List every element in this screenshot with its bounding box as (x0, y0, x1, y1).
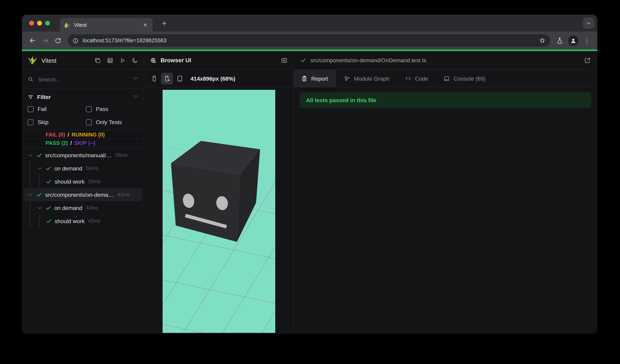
test-case-row[interactable]: should work 55ms (24, 175, 142, 188)
checkbox[interactable] (86, 106, 92, 112)
console-icon (443, 75, 450, 82)
code-icon (405, 75, 411, 82)
duration: 43ms (86, 205, 98, 211)
test-run-summary: FAIL (0)/RUNNING (0) PASS (2)/SKIP (--) (22, 131, 144, 148)
run-all-icon[interactable] (119, 57, 126, 64)
duration: 55ms (88, 179, 100, 184)
browser-ui-panel: Browser UI 414x896px (144, 51, 294, 334)
preview-body (144, 87, 293, 334)
filter-option-only-tests[interactable]: Only Tests (86, 117, 138, 127)
tab-search-button[interactable] (583, 17, 594, 29)
tab-report[interactable]: Report (294, 70, 336, 87)
globe-icon (150, 57, 156, 64)
duration: 56ms (115, 152, 127, 158)
indent-guide (30, 162, 30, 188)
device-phone-small-icon[interactable] (148, 73, 160, 84)
test-file-row-selected[interactable]: src/components/on-dema… 43ms (24, 188, 142, 201)
test-file-row[interactable]: src/components/manual/… 56ms (24, 148, 142, 162)
chevron-down-icon[interactable] (27, 191, 33, 198)
duration: 43ms (88, 218, 100, 224)
tab-console[interactable]: Console (69) (436, 70, 493, 87)
checkbox[interactable] (28, 106, 33, 112)
screenshot-stage: Vitest (0, 0, 620, 364)
file-pass-check-icon (300, 57, 306, 63)
back-icon[interactable] (26, 34, 39, 47)
test-tree: src/components/manual/… 56ms on demand 5… (22, 148, 144, 334)
pass-check-icon (45, 204, 51, 211)
indent-guide (39, 214, 40, 228)
tested-app-viewport[interactable] (162, 90, 275, 333)
module-graph-icon (343, 75, 350, 82)
indent-guide (39, 175, 40, 188)
url-text[interactable]: localhost:5173/#/?file=1828625563 (83, 38, 537, 44)
filter-funnel-icon (28, 94, 33, 100)
pass-check-icon (36, 152, 42, 158)
chevron-down-icon[interactable] (36, 165, 43, 171)
pass-check-icon (46, 178, 52, 185)
checkbox[interactable] (86, 119, 92, 125)
close-window-button[interactable] (29, 21, 34, 26)
collapse-panels-icon[interactable] (94, 57, 101, 64)
device-tablet-icon[interactable] (174, 73, 186, 84)
dashboard-icon[interactable] (107, 57, 113, 64)
tab-code[interactable]: Code (397, 70, 436, 87)
viewport-dimensions-label: 414x896px (68%) (191, 75, 235, 82)
search-input[interactable] (38, 76, 132, 82)
running-count: RUNNING (0) (72, 132, 105, 138)
experiments-flask-icon[interactable] (553, 34, 566, 47)
browser-ui-header: Browser UI (144, 51, 293, 70)
browser-tab-vitest[interactable]: Vitest (60, 18, 153, 31)
app-title: Vitest (42, 57, 57, 64)
dock-panel-right-icon[interactable] (281, 57, 288, 64)
clipboard-icon (301, 75, 308, 82)
fail-count: FAIL (0) (46, 132, 65, 138)
site-info-icon[interactable] (72, 37, 79, 44)
browser-toolbar: localhost:5173/#/?file=1828625563 (22, 31, 597, 49)
pass-check-icon (36, 191, 42, 198)
filter-option-pass[interactable]: Pass (86, 104, 138, 114)
skip-count: SKIP (--) (74, 140, 95, 146)
device-phone-large-icon[interactable] (161, 73, 173, 84)
all-tests-passed-banner: All tests passed in this file (300, 92, 591, 108)
search-icon (28, 76, 34, 82)
browser-window: Vitest (22, 15, 597, 334)
test-suite-row[interactable]: on demand 43ms (24, 201, 142, 214)
file-header: src/components/on-demand/OnDemand.test.t… (294, 51, 597, 70)
test-run-progress-bar (22, 49, 597, 51)
panel-title: Browser UI (161, 57, 191, 63)
test-suite-row[interactable]: on demand 56ms (24, 162, 142, 175)
address-bar[interactable]: localhost:5173/#/?file=1828625563 (67, 34, 550, 47)
chevron-down-icon[interactable] (36, 204, 43, 211)
file-path: src/components/on-demand/OnDemand.test.t… (310, 57, 426, 63)
filter-option-fail[interactable]: Fail (28, 104, 86, 114)
reload-icon[interactable] (51, 34, 64, 47)
new-tab-button[interactable] (159, 17, 170, 29)
chevron-down-icon[interactable] (27, 152, 33, 158)
test-case-row[interactable]: should work 43ms (24, 214, 142, 228)
checkbox[interactable] (28, 119, 33, 125)
bookmark-star-icon[interactable] (537, 35, 548, 46)
open-external-icon[interactable] (584, 57, 591, 64)
zoom-window-button[interactable] (45, 21, 50, 26)
filter-title: Filter (37, 94, 51, 100)
pass-check-icon (45, 165, 51, 171)
tab-module-graph[interactable]: Module Graph (336, 70, 397, 87)
vitest-ui: Vitest (22, 51, 597, 334)
clear-filters-icon[interactable] (132, 94, 138, 100)
window-controls (29, 21, 50, 26)
menu-kebab-icon[interactable] (580, 34, 593, 47)
minimize-window-button[interactable] (37, 21, 42, 26)
vitest-favicon (64, 22, 70, 28)
search-row (22, 70, 144, 89)
sidebar-header: Vitest (22, 51, 144, 70)
dark-mode-moon-icon[interactable] (131, 57, 138, 64)
tab-title: Vitest (74, 22, 141, 28)
clear-search-filter-icon[interactable] (132, 76, 138, 82)
vitest-logo (28, 55, 38, 65)
profile-avatar[interactable] (568, 35, 578, 46)
tab-close-icon[interactable] (141, 21, 149, 28)
forward-icon[interactable] (39, 34, 51, 47)
report-panel: src/components/on-demand/OnDemand.test.t… (294, 51, 597, 334)
browser-tab-strip: Vitest (22, 15, 597, 31)
filter-option-skip[interactable]: Skip (28, 117, 86, 127)
